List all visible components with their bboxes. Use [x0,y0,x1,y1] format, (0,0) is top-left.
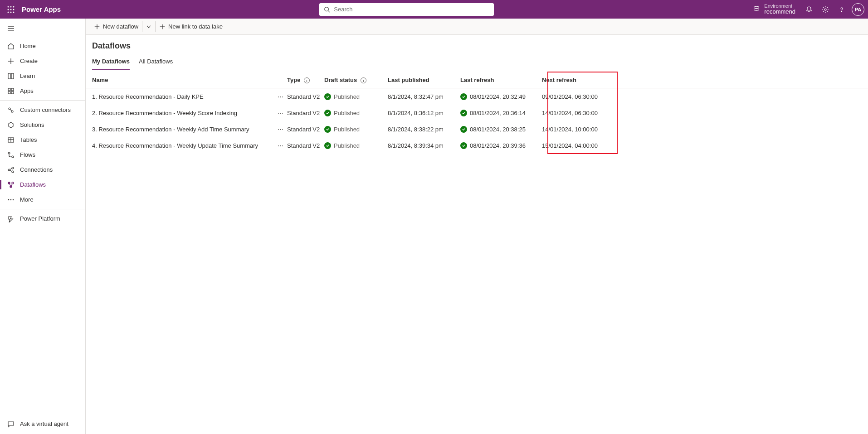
environment-picker[interactable]: Environment recommend [752,3,795,15]
svg-point-1 [10,6,12,7]
cell-status: Published [324,126,388,133]
chat-icon [6,420,15,428]
plus-icon [159,24,166,30]
flow-icon [6,151,15,159]
svg-line-42 [11,184,12,186]
cell-type: Standard V2 [287,142,324,149]
col-type[interactable]: Type i [287,77,324,84]
table-row[interactable]: 2. Resource Recommendation - Weekly Scor… [86,105,868,121]
svg-line-41 [10,184,10,186]
col-draft-status[interactable]: Draft status i [324,77,388,84]
sidebar-item-label: Solutions [20,121,44,128]
notifications-icon[interactable] [801,1,817,18]
svg-rect-22 [11,88,14,91]
cell-status: Published [324,110,388,116]
sidebar-item-power-platform[interactable]: Power Platform [0,211,85,226]
book-icon [6,72,15,80]
ask-virtual-agent[interactable]: Ask a virtual agent [0,416,85,431]
check-circle-icon [324,93,331,100]
cell-next-refresh: 15/01/2024, 04:00:00 [542,142,624,149]
sidebar-item-label: Tables [20,136,37,143]
search-input[interactable] [334,6,489,13]
sidebar-item-custom-connectors[interactable]: Custom connectors [0,102,85,117]
sidebar-item-label: Home [20,43,36,49]
sidebar-item-label: Ask a virtual agent [20,420,68,427]
sidebar-item-connections[interactable]: Connections [0,162,85,177]
tabs: My Dataflows All Dataflows [86,55,868,70]
search-box[interactable] [319,3,494,16]
sidebar-item-tables[interactable]: Tables [0,132,85,147]
page-title: Dataflows [86,35,868,55]
sidebar-item-label: Create [20,58,38,64]
info-icon[interactable]: i [304,77,310,83]
environment-icon [752,5,761,13]
cell-name: 2. Resource Recommendation - Weekly Scor… [92,110,273,116]
cell-last-refresh: 08/01/2024, 20:38:25 [460,126,542,133]
col-last-published[interactable]: Last published [388,77,460,83]
sidebar-item-learn[interactable]: Learn [0,68,85,83]
check-circle-icon [324,110,331,116]
sidebar-item-label: Custom connectors [20,106,71,113]
home-icon [6,43,15,50]
plus-icon [6,58,15,65]
svg-rect-24 [11,92,14,94]
svg-line-36 [10,168,12,169]
connector-icon [6,106,15,114]
sidebar-item-create[interactable]: Create [0,53,85,68]
sidebar-item-flows[interactable]: Flows [0,147,85,162]
sidebar-item-label: Dataflows [20,181,46,188]
col-next-refresh[interactable]: Next refresh [542,77,624,83]
svg-point-5 [13,9,15,10]
svg-rect-19 [8,73,10,79]
svg-point-39 [12,182,14,184]
svg-point-11 [754,7,759,9]
svg-point-45 [13,199,14,200]
avatar[interactable]: PA [852,3,864,16]
svg-point-2 [13,6,15,7]
row-more-icon[interactable]: ⋯ [273,142,287,149]
table-row[interactable]: 1. Resource Recommendation - Daily KPE ⋯… [86,88,868,105]
tab-all-dataflows[interactable]: All Dataflows [139,55,173,70]
waffle-icon[interactable] [4,2,18,17]
row-more-icon[interactable]: ⋯ [273,93,287,100]
sidebar: Home Create Learn Apps Custom connectors… [0,19,86,434]
sidebar-item-apps[interactable]: Apps [0,83,85,98]
new-link-datalake-button[interactable]: New link to data lake [156,20,226,33]
cell-last-published: 8/1/2024, 8:39:34 pm [388,142,460,149]
cell-status: Published [324,142,388,149]
svg-point-8 [13,11,15,13]
svg-point-38 [8,182,10,184]
svg-point-4 [10,9,12,10]
cell-last-published: 8/1/2024, 8:32:47 pm [388,93,460,100]
help-icon[interactable] [834,1,850,18]
new-dataflow-button[interactable]: New dataflow [90,20,142,33]
new-dataflow-dropdown[interactable] [142,21,156,32]
info-icon[interactable]: i [361,77,366,83]
col-name[interactable]: Name [92,77,273,83]
tab-my-dataflows[interactable]: My Dataflows [92,55,130,70]
cell-name: 3. Resource Recommendation - Weekly Add … [92,126,273,133]
dataflow-grid: Name Type i Draft status i Last publishe… [86,72,868,154]
svg-line-10 [328,10,330,12]
button-label: New dataflow [103,23,138,30]
sidebar-item-solutions[interactable]: Solutions [0,117,85,132]
sidebar-item-label: Apps [20,87,34,94]
apps-icon [6,87,15,95]
cell-last-refresh: 08/01/2024, 20:39:36 [460,142,542,149]
row-more-icon[interactable]: ⋯ [273,126,287,133]
table-row[interactable]: 4. Resource Recommendation - Weekly Upda… [86,137,868,154]
cell-last-published: 8/1/2024, 8:38:22 pm [388,126,460,133]
col-last-refresh[interactable]: Last refresh [460,77,542,83]
table-row[interactable]: 3. Resource Recommendation - Weekly Add … [86,121,868,137]
svg-point-32 [12,156,14,158]
more-icon [6,196,15,203]
sidebar-item-home[interactable]: Home [0,39,85,53]
settings-icon[interactable] [817,1,834,18]
sidebar-item-dataflows[interactable]: Dataflows [0,177,85,192]
row-more-icon[interactable]: ⋯ [273,110,287,116]
sidebar-item-more[interactable]: More [0,192,85,207]
hamburger-icon[interactable] [0,19,85,39]
button-label: New link to data lake [168,23,223,30]
svg-point-0 [8,6,9,7]
svg-point-40 [10,186,12,188]
